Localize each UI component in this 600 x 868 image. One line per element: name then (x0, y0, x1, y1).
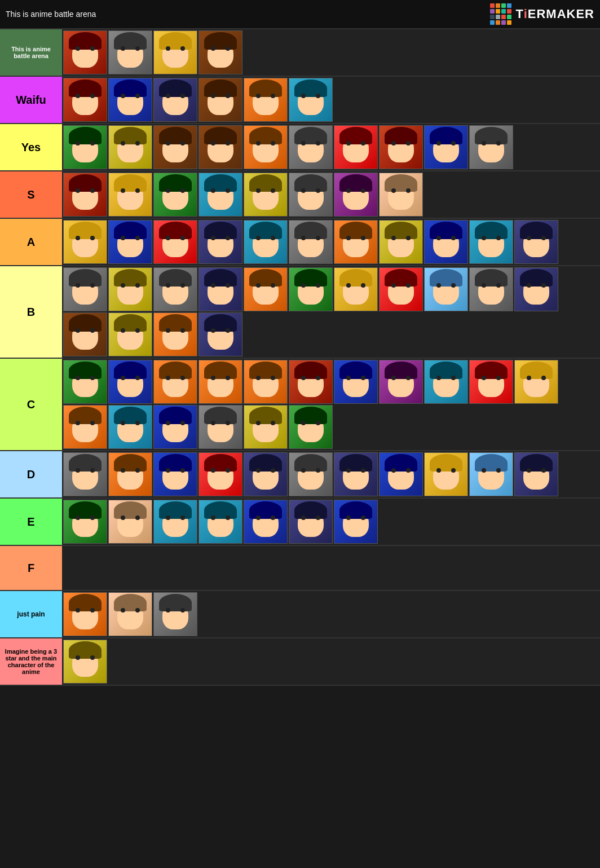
tier-row-this: This is anime battle arena (0, 29, 600, 77)
char-a-8 (424, 220, 468, 264)
tier-label-c: C (0, 359, 62, 450)
tier-content-b (62, 266, 600, 358)
char-b-3 (198, 267, 242, 311)
char-imagine-0 (63, 640, 107, 684)
char-c-2 (153, 360, 197, 404)
char-b-4 (244, 267, 288, 311)
char-e-6 (334, 500, 378, 544)
char-d-1 (108, 452, 152, 496)
tier-content-s (62, 171, 600, 218)
char-b-0 (63, 267, 107, 311)
char-d-3 (198, 452, 242, 496)
char-yes-4 (244, 125, 288, 169)
header-title-text: This is anime battle arena (6, 10, 96, 19)
char-this-1 (108, 30, 152, 74)
char-waifu-4 (244, 78, 288, 122)
char-yes-2 (153, 125, 197, 169)
char-c-5 (289, 360, 333, 404)
char-b-5 (289, 267, 333, 311)
logo-cell-1 (496, 3, 500, 8)
tier-label-a: A (0, 219, 62, 265)
char-a-5 (289, 220, 333, 264)
char-b-12 (108, 312, 152, 356)
char-yes-6 (334, 125, 378, 169)
tiermaker-logo: TiERMAKER (490, 3, 594, 25)
tier-label-yes: Yes (0, 124, 62, 170)
tier-label-s: S (0, 171, 62, 218)
char-d-2 (153, 452, 197, 496)
tier-content-yes (62, 124, 600, 170)
char-yes-9 (469, 125, 513, 169)
char-s-3 (198, 173, 242, 217)
logo-cell-14 (501, 20, 506, 25)
char-c-0 (63, 360, 107, 404)
tier-container: This is anime battle arenaWaifuYesSABCDE… (0, 29, 600, 686)
logo-grid-icon (490, 3, 511, 25)
header-title: This is anime battle arena (6, 10, 490, 19)
char-b-13 (153, 312, 197, 356)
char-d-8 (424, 452, 468, 496)
logo-cell-9 (496, 15, 500, 19)
logo-cell-13 (496, 20, 500, 25)
logo-cell-12 (490, 20, 495, 25)
char-s-0 (63, 173, 107, 217)
char-b-8 (424, 267, 468, 311)
char-b-11 (63, 312, 107, 356)
tier-label-justpain: just pain (0, 591, 62, 637)
tier-content-e (62, 499, 600, 545)
logo-cell-10 (501, 15, 506, 19)
char-s-2 (153, 173, 197, 217)
char-d-4 (244, 452, 288, 496)
char-waifu-0 (63, 78, 107, 122)
tier-content-d (62, 451, 600, 497)
char-a-7 (379, 220, 423, 264)
char-e-3 (198, 500, 242, 544)
char-c-9 (469, 360, 513, 404)
tier-row-waifu: Waifu (0, 77, 600, 124)
logo-cell-0 (490, 3, 495, 8)
char-waifu-1 (108, 78, 152, 122)
char-a-4 (244, 220, 288, 264)
logo-cell-4 (490, 9, 495, 14)
char-c-14 (198, 405, 242, 449)
tier-content-c (62, 359, 600, 450)
char-b-6 (334, 267, 378, 311)
char-c-11 (63, 405, 107, 449)
char-yes-5 (289, 125, 333, 169)
char-e-1 (108, 500, 152, 544)
char-yes-8 (424, 125, 468, 169)
char-d-0 (63, 452, 107, 496)
char-yes-3 (198, 125, 242, 169)
char-waifu-2 (153, 78, 197, 122)
char-e-4 (244, 500, 288, 544)
tier-row-e: E (0, 499, 600, 546)
char-a-9 (469, 220, 513, 264)
tier-label-d: D (0, 451, 62, 497)
logo-cell-5 (496, 9, 500, 14)
tier-content-waifu (62, 77, 600, 123)
tier-content-imagine (62, 638, 600, 685)
char-e-2 (153, 500, 197, 544)
char-c-8 (424, 360, 468, 404)
tier-row-s: S (0, 171, 600, 219)
char-yes-1 (108, 125, 152, 169)
char-waifu-5 (289, 78, 333, 122)
char-yes-0 (63, 125, 107, 169)
char-d-7 (379, 452, 423, 496)
logo-cell-6 (501, 9, 506, 14)
char-a-3 (198, 220, 242, 264)
char-c-12 (108, 405, 152, 449)
char-justpain-1 (108, 592, 152, 636)
char-c-15 (244, 405, 288, 449)
logo-cell-7 (507, 9, 511, 14)
tier-label-imagine: Imagine being a 3 star and the main char… (0, 638, 62, 685)
char-b-14 (198, 312, 242, 356)
tier-row-b: B (0, 266, 600, 359)
tier-content-this (62, 29, 600, 76)
char-justpain-2 (153, 592, 197, 636)
char-a-1 (108, 220, 152, 264)
char-this-0 (63, 30, 107, 74)
char-a-2 (153, 220, 197, 264)
char-s-1 (108, 173, 152, 217)
tier-label-e: E (0, 499, 62, 545)
